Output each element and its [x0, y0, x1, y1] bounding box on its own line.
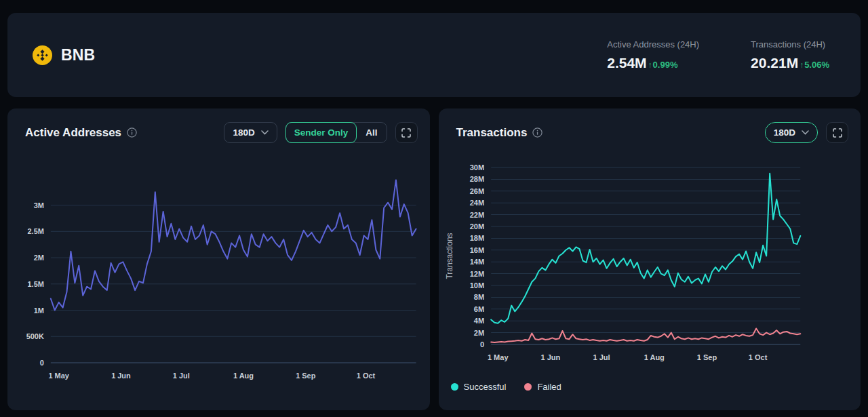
- stat-transactions: Transactions (24H) 20.21M ↑5.06%: [751, 39, 829, 71]
- charts-row: Active Addresses 180D Sender Only All: [7, 108, 861, 410]
- up-arrow-icon: ↑: [800, 60, 804, 70]
- legend-item-successful[interactable]: Successful: [451, 382, 507, 392]
- failed-line: [491, 329, 800, 343]
- x-tick-label: 1 Jun: [540, 353, 560, 361]
- y-tick-label: 2M: [34, 254, 44, 262]
- y-tick-label: 30M: [469, 163, 484, 172]
- y-tick-label: 14M: [469, 258, 484, 266]
- x-tick-label: 1 Sep: [296, 372, 316, 380]
- stat-value: 2.54M: [607, 55, 646, 71]
- y-tick-label: 16M: [469, 246, 484, 254]
- x-tick-label: 1 Aug: [644, 353, 664, 361]
- y-tick-label: 2M: [473, 329, 484, 337]
- y-tick-label: 4M: [473, 317, 484, 325]
- panel-title: Active Addresses: [25, 126, 121, 140]
- y-tick-label: 1.5M: [28, 280, 44, 288]
- stat-label: Active Addresses (24H): [607, 39, 699, 49]
- chevron-down-icon: [802, 130, 809, 135]
- y-tick-label: 0: [480, 340, 484, 349]
- x-tick-label: 1 May: [48, 372, 69, 380]
- stat-value: 20.21M: [751, 55, 798, 71]
- range-select[interactable]: 180D: [224, 122, 277, 143]
- transactions-panel: Transactions 180D 02M4M6M8M10M12M14M16M1…: [439, 108, 861, 410]
- transactions-chart[interactable]: 02M4M6M8M10M12M14M16M18M20M22M24M26M28M3…: [439, 149, 861, 373]
- failed-dot-icon: [524, 383, 532, 391]
- active-addresses-line: [51, 180, 416, 310]
- fullscreen-icon: [833, 128, 842, 138]
- y-tick-label: 3M: [34, 201, 44, 210]
- up-arrow-icon: ↑: [648, 60, 652, 70]
- successful-line: [491, 174, 800, 323]
- active-addresses-chart[interactable]: 0500K1M1.5M2M2.5M3M1 May1 Jun1 Jul1 Aug1…: [7, 149, 430, 388]
- bnb-analytics-dashboard: BNB Active Addresses (24H) 2.54M ↑0.99% …: [0, 0, 868, 417]
- y-tick-label: 10M: [469, 281, 484, 290]
- y-tick-label: 20M: [469, 222, 484, 231]
- y-axis-label: Transactions: [445, 233, 454, 279]
- fullscreen-button[interactable]: [826, 122, 848, 143]
- y-tick-label: 2.5M: [28, 227, 44, 235]
- successful-dot-icon: [451, 383, 458, 391]
- token-identity: BNB: [33, 45, 95, 65]
- token-header-card: BNB Active Addresses (24H) 2.54M ↑0.99% …: [7, 13, 861, 97]
- legend-item-failed[interactable]: Failed: [524, 382, 561, 392]
- x-tick-label: 1 Aug: [233, 372, 254, 380]
- sender-filter-toggle: Sender Only All: [285, 122, 387, 143]
- y-tick-label: 24M: [469, 199, 484, 207]
- fullscreen-button[interactable]: [395, 122, 418, 143]
- x-tick-label: 1 Oct: [357, 372, 376, 380]
- chevron-down-icon: [261, 130, 269, 135]
- x-tick-label: 1 Sep: [696, 353, 717, 361]
- y-tick-label: 26M: [469, 187, 484, 195]
- header-stats: Active Addresses (24H) 2.54M ↑0.99% Tran…: [607, 39, 829, 71]
- y-tick-label: 18M: [469, 234, 484, 242]
- stat-label: Transactions (24H): [751, 39, 829, 49]
- chart-legend: Successful Failed: [451, 382, 561, 392]
- stat-active-addresses: Active Addresses (24H) 2.54M ↑0.99%: [607, 39, 699, 71]
- toggle-all[interactable]: All: [357, 123, 386, 142]
- panel-title: Transactions: [456, 126, 528, 140]
- stat-delta: ↑5.06%: [800, 60, 829, 70]
- range-select[interactable]: 180D: [765, 122, 818, 143]
- x-tick-label: 1 May: [487, 353, 508, 361]
- x-tick-label: 1 Jul: [593, 353, 610, 361]
- info-icon[interactable]: [532, 127, 542, 138]
- token-name: BNB: [61, 46, 95, 64]
- stat-delta: ↑0.99%: [648, 60, 678, 70]
- x-tick-label: 1 Jun: [111, 372, 131, 380]
- y-tick-label: 8M: [473, 293, 484, 301]
- y-tick-label: 0: [40, 359, 44, 367]
- y-tick-label: 6M: [473, 305, 484, 313]
- y-tick-label: 28M: [469, 175, 484, 183]
- fullscreen-icon: [401, 128, 411, 138]
- toggle-sender-only[interactable]: Sender Only: [285, 122, 357, 143]
- y-tick-label: 1M: [34, 306, 44, 315]
- active-addresses-panel: Active Addresses 180D Sender Only All: [7, 108, 430, 410]
- info-icon[interactable]: [127, 127, 137, 138]
- bnb-coin-icon: [33, 45, 52, 65]
- y-tick-label: 12M: [469, 270, 484, 278]
- y-tick-label: 500K: [26, 332, 44, 340]
- x-tick-label: 1 Oct: [748, 353, 767, 361]
- y-tick-label: 22M: [469, 211, 484, 219]
- x-tick-label: 1 Jul: [173, 372, 190, 380]
